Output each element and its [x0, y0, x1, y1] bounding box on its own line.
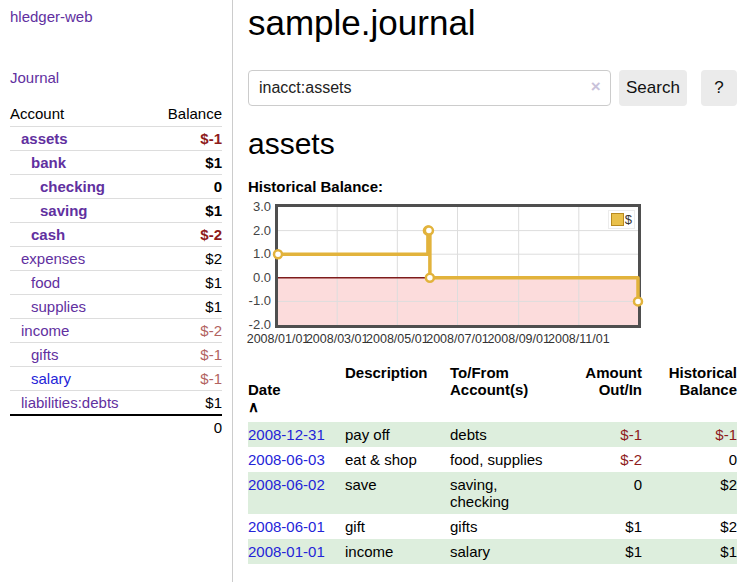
account-row: cash $-2: [10, 223, 222, 247]
transaction-description: income: [345, 539, 450, 564]
transaction-accounts: debts: [450, 422, 562, 447]
y-axis-tick-label: -1.0: [248, 294, 271, 308]
register-header-tofrom: To/From Account(s): [450, 362, 562, 422]
transaction-date-link[interactable]: 2008-01-01: [248, 543, 325, 560]
amount-value: $1: [625, 543, 642, 560]
amount-value: $-2: [620, 451, 642, 468]
transaction-row: 2008-01-01 income salary $1 $1: [248, 539, 737, 564]
account-cell: bank: [10, 151, 151, 175]
account-link[interactable]: cash: [31, 226, 65, 243]
clear-search-icon[interactable]: ×: [591, 77, 601, 97]
historical-balance-chart: 3.02.01.00.0-1.0-2.0 $ 2008/01/012008/03…: [248, 204, 737, 348]
register-header-date[interactable]: Date ∧: [248, 362, 345, 422]
transaction-date-cell: 2008-12-31: [248, 422, 345, 447]
balance-line-chart: [278, 207, 638, 325]
account-balance-cell: $-1: [151, 367, 222, 391]
account-cell: checking: [10, 175, 151, 199]
x-axis-tick-label: 2008/01/01: [246, 332, 310, 346]
transaction-balance: $1: [642, 539, 737, 564]
register-table: Date ∧ Description To/From Account(s) Am…: [248, 362, 737, 564]
account-cell: supplies: [10, 295, 151, 319]
account-link[interactable]: expenses: [21, 250, 85, 267]
transaction-description: gift: [345, 514, 450, 539]
account-link[interactable]: supplies: [31, 298, 86, 315]
data-point-marker: [634, 297, 642, 305]
transaction-accounts: saving, checking: [450, 472, 562, 514]
transaction-date-cell: 2008-06-01: [248, 514, 345, 539]
account-link[interactable]: liabilities:debts: [21, 394, 119, 411]
account-row: expenses $2: [10, 247, 222, 271]
account-balance-cell: $-2: [151, 223, 222, 247]
main-content: sample.journal × Search ? assets Histori…: [248, 0, 737, 564]
date-header-label: Date: [248, 381, 281, 398]
account-link[interactable]: salary: [31, 370, 71, 387]
transaction-date-link[interactable]: 2008-12-31: [248, 426, 325, 443]
transaction-row: 2008-12-31 pay off debts $-1 $-1: [248, 422, 737, 447]
register-header-description: Description: [345, 362, 450, 422]
transaction-amount: $1: [562, 514, 642, 539]
account-row: liabilities:debts $1: [10, 391, 222, 416]
transaction-description: pay off: [345, 422, 450, 447]
amount-value: $1: [625, 518, 642, 535]
sidebar-item-journal[interactable]: Journal: [10, 69, 232, 86]
x-axis-tick-label: 2008/05/01: [365, 332, 429, 346]
account-link[interactable]: food: [31, 274, 60, 291]
transaction-date-link[interactable]: 2008-06-03: [248, 451, 325, 468]
x-axis-tick-label: 2008/07/01: [426, 332, 490, 346]
account-heading: assets: [248, 126, 737, 162]
account-row: supplies $1: [10, 295, 222, 319]
account-balance-cell: $1: [151, 199, 222, 223]
transaction-date-link[interactable]: 2008-06-02: [248, 476, 325, 493]
account-balance: $2: [205, 250, 222, 267]
account-balance-cell: $2: [151, 247, 222, 271]
chart-plot-area: $: [275, 204, 641, 328]
account-link[interactable]: bank: [31, 154, 66, 171]
transaction-amount: $-1: [562, 422, 642, 447]
search-input[interactable]: [248, 70, 611, 106]
legend-label: $: [625, 212, 632, 227]
account-balance-cell: $-2: [151, 319, 222, 343]
account-balance-cell: $-1: [151, 127, 222, 151]
account-link[interactable]: gifts: [31, 346, 59, 363]
account-balance: $-2: [200, 226, 222, 243]
legend-swatch-icon: [611, 213, 624, 226]
transaction-date-cell: 2008-01-01: [248, 539, 345, 564]
transaction-row: 2008-06-01 gift gifts $1 $2: [248, 514, 737, 539]
account-balance: $1: [205, 394, 222, 411]
balance-value: $-1: [715, 426, 737, 443]
transaction-balance: $2: [642, 472, 737, 514]
account-link[interactable]: assets: [21, 130, 68, 147]
y-axis-tick-label: 2.0: [248, 224, 271, 238]
account-row: saving $1: [10, 199, 222, 223]
account-balance-cell: 0: [151, 175, 222, 199]
data-point-marker: [426, 274, 434, 282]
account-cell: income: [10, 319, 151, 343]
account-link[interactable]: checking: [40, 178, 105, 195]
y-axis-labels: 3.02.01.00.0-1.0-2.0: [248, 207, 271, 325]
app-brand-link[interactable]: hledger-web: [10, 8, 232, 25]
search-box: ×: [248, 70, 611, 106]
account-cell: saving: [10, 199, 151, 223]
account-balance: $1: [205, 154, 222, 171]
account-balance: $-1: [200, 130, 222, 147]
register-header-row: Date ∧ Description To/From Account(s) Am…: [248, 362, 737, 422]
x-axis-labels: 2008/01/012008/03/012008/05/012008/07/01…: [278, 332, 638, 348]
account-balance-cell: $1: [151, 151, 222, 175]
account-balance-cell: $1: [151, 295, 222, 319]
x-axis-tick-label: 2008/09/01: [487, 332, 551, 346]
amount-value: $-1: [620, 426, 642, 443]
y-axis-tick-label: 1.0: [248, 247, 271, 261]
data-point-marker: [425, 227, 433, 235]
account-link[interactable]: saving: [40, 202, 88, 219]
account-balance: 0: [214, 178, 222, 195]
account-link[interactable]: income: [21, 322, 69, 339]
transaction-accounts: gifts: [450, 514, 562, 539]
y-axis-tick-label: -2.0: [248, 318, 271, 332]
transaction-date-link[interactable]: 2008-06-01: [248, 518, 325, 535]
help-button[interactable]: ?: [701, 70, 737, 106]
y-axis-tick-label: 0.0: [248, 271, 271, 285]
account-row: salary $-1: [10, 367, 222, 391]
accounts-total-row: 0: [10, 415, 222, 439]
register-header-amount: Amount Out/In: [562, 362, 642, 422]
search-button[interactable]: Search: [619, 70, 687, 106]
